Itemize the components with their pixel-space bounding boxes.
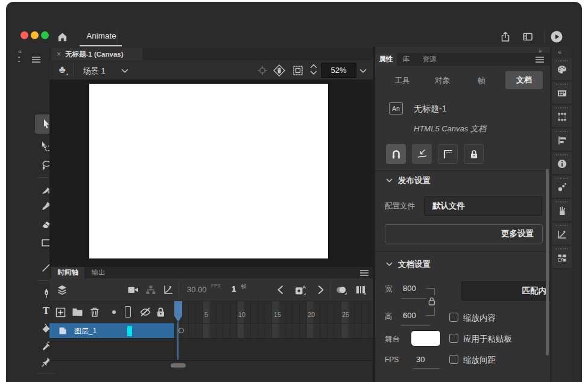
lock-all-toggle[interactable] xyxy=(155,306,166,318)
tab-assets[interactable]: 资源 xyxy=(417,53,441,66)
apply-pasteboard-checkbox[interactable] xyxy=(449,334,458,343)
snap-magnet-toggle[interactable] xyxy=(386,144,406,164)
dock-panel-align[interactable] xyxy=(552,129,572,152)
app-tab-animate[interactable]: Animate xyxy=(77,27,125,45)
layers-stack-button[interactable] xyxy=(55,283,69,296)
doc-settings-header[interactable]: 文档设置 xyxy=(386,259,431,270)
fps-field-value[interactable]: 30 xyxy=(416,355,425,364)
auto-keyframe-button[interactable]: A xyxy=(293,283,308,297)
tab-output[interactable]: 输出 xyxy=(84,267,112,278)
zoom-dropdown-icon[interactable] xyxy=(359,69,367,74)
frame-graph-button[interactable] xyxy=(162,284,175,296)
dock-panel-ease-presets[interactable] xyxy=(552,223,572,246)
more-settings-button[interactable]: 更多设置 xyxy=(385,224,543,243)
outline-layer-toggle[interactable] xyxy=(125,306,131,318)
step-back-button[interactable] xyxy=(274,283,286,296)
magnet-icon xyxy=(390,148,402,160)
zoom-window-button[interactable] xyxy=(41,31,49,39)
lock-guides-toggle[interactable] xyxy=(464,144,484,164)
zoom-level-input[interactable]: 52% xyxy=(321,63,356,78)
timeline-hscrollbar[interactable] xyxy=(49,360,373,370)
tools-collapse-button[interactable]: « xyxy=(18,48,21,55)
share-button[interactable] xyxy=(498,30,513,44)
layer-name[interactable]: 图层_1 xyxy=(74,326,96,336)
scale-content-checkbox[interactable] xyxy=(449,313,458,322)
subtab-tool[interactable]: 工具 xyxy=(394,75,410,86)
rulers-toggle[interactable] xyxy=(438,144,458,164)
zoom-stepper[interactable] xyxy=(309,63,318,78)
new-layer-button[interactable] xyxy=(55,307,66,318)
add-layer-icon xyxy=(55,307,66,318)
tab-library[interactable]: 库 xyxy=(397,53,415,66)
edit-multiple-frames-button[interactable] xyxy=(353,283,368,296)
timeline-empty-area[interactable] xyxy=(49,338,373,360)
dock-collapse-button[interactable]: « xyxy=(558,48,561,55)
center-stage-button[interactable] xyxy=(258,66,267,75)
delete-layer-button[interactable] xyxy=(89,306,100,318)
step-forward-button[interactable] xyxy=(315,283,327,296)
close-window-button[interactable] xyxy=(21,31,28,39)
layer-frames[interactable] xyxy=(175,323,373,338)
dock-panel-brush-library[interactable] xyxy=(552,199,572,222)
onion-skin-button[interactable] xyxy=(334,283,349,296)
properties-menu-button[interactable] xyxy=(536,57,544,63)
subtab-document[interactable]: 文档 xyxy=(505,71,543,89)
stage-color-swatch[interactable] xyxy=(411,330,441,346)
ruler-25: 25 xyxy=(341,311,350,318)
workspace-button[interactable] xyxy=(520,30,535,44)
current-frame-value[interactable]: 1 xyxy=(232,284,236,293)
fps-value[interactable]: 30.00 xyxy=(187,285,207,294)
test-movie-button[interactable] xyxy=(549,29,564,45)
layer-highlight-swatch[interactable] xyxy=(127,326,132,336)
tab-timeline[interactable]: 时间轴 xyxy=(51,267,84,278)
show-hide-all-toggle[interactable] xyxy=(139,306,152,318)
layer-row[interactable]: 图层_1 xyxy=(49,323,175,338)
zoom-level-value: 52% xyxy=(330,66,346,75)
doc-type: HTML5 Canvas 文档 xyxy=(414,124,486,134)
home-button[interactable] xyxy=(54,30,70,44)
width-value[interactable]: 800 xyxy=(403,284,416,293)
dock-panel-snippets[interactable] xyxy=(552,176,572,199)
dock-panel-components[interactable] xyxy=(552,246,572,269)
new-folder-button[interactable] xyxy=(71,307,83,318)
width-underline xyxy=(401,298,430,299)
pasteboard[interactable] xyxy=(49,80,373,267)
empty-keyframe-marker[interactable] xyxy=(179,328,184,333)
minimize-window-button[interactable] xyxy=(31,31,39,39)
link-dimensions-toggle[interactable] xyxy=(426,295,437,307)
scene-label[interactable]: 场景 1 xyxy=(83,66,106,77)
stage[interactable] xyxy=(89,84,328,258)
tools-drag-grip[interactable] xyxy=(18,57,20,63)
frame-ruler[interactable]: 5 10 15 20 25 xyxy=(175,301,373,323)
rotate-view-button[interactable] xyxy=(273,64,286,77)
dock-panel-transform[interactable] xyxy=(552,105,572,128)
snap-align-toggle[interactable] xyxy=(412,144,432,164)
subtab-object[interactable]: 对象 xyxy=(435,75,450,86)
layer-parenting-button[interactable] xyxy=(144,284,157,296)
scale-spacing-checkbox[interactable] xyxy=(449,355,458,364)
highlight-layer-toggle[interactable] xyxy=(112,310,116,314)
timeline-toolbar: 30.00 FPS 1 帧 A xyxy=(49,278,373,301)
hscrollbar-thumb[interactable] xyxy=(171,363,186,368)
document-tab-close-icon[interactable]: × xyxy=(57,50,61,58)
profile-select[interactable]: 默认文件 xyxy=(424,196,542,216)
document-tab[interactable]: × 无标题-1 (Canvas) xyxy=(51,48,142,60)
timeline-menu-button[interactable] xyxy=(360,270,368,276)
height-value[interactable]: 600 xyxy=(403,311,416,320)
scene-chevron-icon[interactable] xyxy=(121,69,128,74)
match-contents-button[interactable]: 匹配内 xyxy=(461,281,550,301)
fps-underline xyxy=(413,368,440,369)
camera-button[interactable] xyxy=(127,284,140,296)
dock-panel-info[interactable] xyxy=(552,152,572,175)
dock-panel-swatches[interactable] xyxy=(552,82,572,105)
dock-panel-color[interactable] xyxy=(552,58,572,81)
clip-content-button[interactable] xyxy=(292,65,303,76)
publish-settings-header[interactable]: 发布设置 xyxy=(386,175,431,186)
parenting-icon xyxy=(145,284,156,295)
scene-menu-button[interactable]: ♣ xyxy=(54,63,70,77)
properties-vscrollbar-thumb[interactable] xyxy=(546,169,549,355)
tab-properties[interactable]: 属性 xyxy=(375,53,397,66)
subtab-frame[interactable]: 帧 xyxy=(478,75,485,86)
tool-hand[interactable] xyxy=(35,378,57,382)
tools-menu-button[interactable] xyxy=(32,57,40,63)
